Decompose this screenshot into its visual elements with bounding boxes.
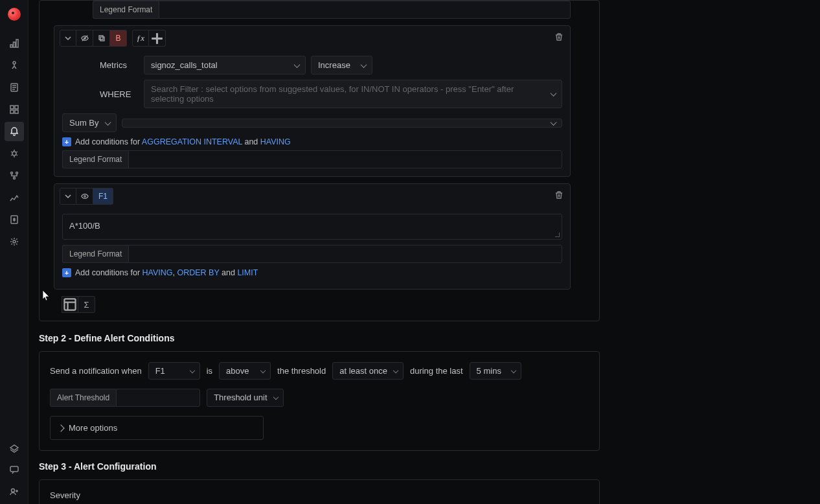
svg-rect-1 [13,42,15,47]
delete-formula-f1[interactable] [554,190,564,200]
add-function-button-b[interactable] [149,30,166,47]
query-block-b: B ƒx Metrics signoz_calls_total Increase… [54,25,571,177]
more-options-toggle[interactable]: More options [50,416,264,440]
add-formula-button[interactable]: Σ [78,296,95,313]
svg-rect-9 [15,106,18,109]
svg-rect-27 [64,299,75,310]
svg-point-12 [12,152,16,155]
where-filter-input[interactable]: Search Filter : select options from sugg… [144,80,562,108]
query-badge-b: B [110,30,127,47]
limit-link-f1[interactable]: LIMIT [237,268,258,277]
legend-format-input-b[interactable] [128,150,562,168]
step3-panel: Severity Warning *Alert Name [39,479,600,504]
delete-query-b[interactable] [554,32,564,41]
exceptions-icon[interactable] [5,144,24,163]
legend-format-input-a[interactable] [159,1,571,19]
svg-rect-11 [15,110,18,113]
svg-rect-22 [99,36,103,40]
having-link[interactable]: HAVING [260,137,291,146]
severity-label: Severity [50,490,589,500]
legend-format-label-f1: Legend Format [62,245,128,263]
svg-point-17 [13,240,16,243]
svg-rect-0 [10,45,12,47]
add-condition-icon-f1[interactable]: + [62,268,71,277]
metrics-label: Metrics [100,60,139,70]
formula-block-f1: F1 A*100/B Legend Format + Add condition… [54,183,571,290]
sumby-values[interactable] [122,119,562,128]
metric-formula-select[interactable]: F1 [148,362,200,380]
settings-icon[interactable] [5,232,24,251]
svg-rect-8 [10,106,14,109]
step2-title: Step 2 - Define Alert Conditions [39,333,600,343]
add-query-button[interactable] [62,296,78,313]
traces-icon[interactable] [5,56,24,75]
duplicate-button-b[interactable] [93,30,110,47]
svg-point-19 [11,489,14,492]
collapse-toggle-f1[interactable] [60,188,76,205]
step3-title: Step 3 - Alert Configuration [39,461,600,472]
visibility-toggle-f1[interactable] [76,188,93,205]
svg-rect-23 [100,37,104,41]
visibility-toggle-b[interactable] [76,30,93,47]
query-builder-panel: Legend Format B ƒx Metrics signoz_calls_… [39,0,600,321]
threshold-text: the threshold [277,366,326,376]
main-content: Legend Format B ƒx Metrics signoz_calls_… [28,0,820,504]
is-text: is [207,366,212,376]
svg-point-3 [13,62,16,64]
during-text: during the last [410,366,463,376]
where-label: WHERE [100,89,139,99]
usage-icon[interactable] [5,188,24,207]
legend-format-label-a: Legend Format [93,1,159,19]
legend-format-input-f1[interactable] [128,245,562,263]
condition-select[interactable]: above [219,362,271,380]
sumby-select[interactable]: Sum By [62,113,117,132]
support-icon[interactable] [5,460,24,479]
alert-threshold-input[interactable] [116,389,200,407]
threshold-unit-select[interactable]: Threshold unit [207,389,283,407]
billing-icon[interactable] [5,210,24,229]
svg-rect-2 [16,40,18,47]
logs-icon[interactable] [5,78,24,97]
integrations-icon[interactable] [5,438,24,457]
svg-point-15 [13,178,15,179]
logo[interactable] [8,8,21,21]
window-select[interactable]: 5 mins [470,362,521,380]
invite-icon[interactable] [5,482,24,501]
metrics-select[interactable]: signoz_calls_total [144,56,306,74]
svg-point-26 [84,196,85,198]
svg-rect-18 [10,466,18,472]
svg-point-13 [10,172,12,174]
orderby-link-f1[interactable]: ORDER BY [177,268,220,277]
cursor-icon [42,290,51,303]
svg-rect-10 [10,110,14,113]
aggregation-select[interactable]: Increase [311,56,372,74]
pipelines-icon[interactable] [5,166,24,185]
add-conditions-text: Add conditions for AGGREGATION INTERVAL … [75,137,291,146]
frequency-select[interactable]: at least once [332,362,404,380]
collapse-toggle-b[interactable] [60,30,76,47]
sidebar [0,0,28,504]
services-icon[interactable] [5,34,24,53]
dashboards-icon[interactable] [5,100,24,119]
send-notification-text: Send a notification when [50,366,142,376]
svg-point-14 [16,172,17,174]
aggregation-interval-link[interactable]: AGGREGATION INTERVAL [142,137,242,146]
step2-panel: Send a notification when F1 is above the… [39,351,600,451]
alert-threshold-label: Alert Threshold [50,389,116,407]
legend-format-label-b: Legend Format [62,150,128,168]
chevron-right-icon [57,424,64,431]
add-condition-icon[interactable]: + [62,137,71,146]
formula-expression-input[interactable]: A*100/B [62,214,562,240]
alerts-icon[interactable] [5,122,24,141]
having-link-f1[interactable]: HAVING [142,268,173,277]
function-button-b[interactable]: ƒx [132,30,149,47]
add-conditions-text-f1: Add conditions for HAVING, ORDER BY and … [75,268,258,277]
formula-badge-f1: F1 [93,188,113,205]
